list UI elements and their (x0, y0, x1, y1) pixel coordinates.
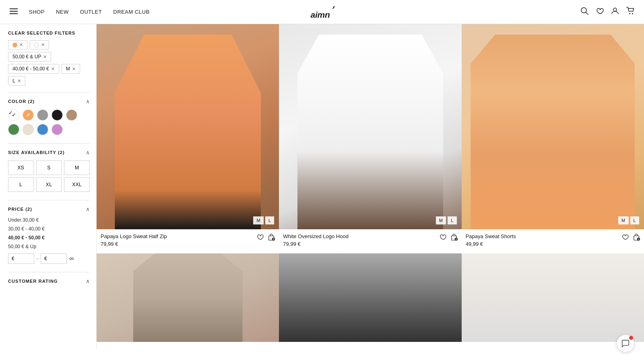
price-filter-section: PRICE (2) ∧ Under 30,00 € 30,00 € - 40,0… (8, 200, 90, 264)
chat-notification-dot (629, 336, 633, 340)
navbar-left: SHOP NEW OUTLET DREAM CLUB (10, 8, 150, 16)
add-to-bag-icon-2[interactable] (450, 233, 458, 242)
wishlist-icon[interactable] (596, 7, 604, 17)
product-info-2: White Oversized Logo Hood 79,99 € (279, 229, 461, 253)
size-btn-s[interactable]: S (36, 160, 62, 175)
filter-price-50up-label: 50,00 € & UP (12, 54, 41, 60)
filter-remove-white[interactable]: ✕ (41, 42, 45, 47)
price-option-50up[interactable]: 50,00 € & Up (8, 244, 90, 249)
swatch-taupe[interactable] (66, 109, 77, 121)
size-tags-overlay-1: M L (253, 216, 274, 224)
clear-filters-label[interactable]: CLEAR SELECTED FILTERS (8, 31, 90, 35)
active-filters: ✕ ✕ 50,00 € & UP ✕ 40,00 € - 50,00 € ✕ M… (8, 40, 90, 86)
filter-tag-price-40-50[interactable]: 40,00 € - 50,00 € ✕ (8, 64, 59, 74)
product-card-white-hood[interactable]: M L White Oversized Logo Hood 79,99 € (279, 24, 461, 253)
swatch-white[interactable]: ✓ (8, 109, 19, 121)
filter-remove-50up[interactable]: ✕ (43, 54, 47, 60)
color-filter-section: COLOR (2) ∧ ✓ (8, 92, 90, 135)
size-tag-m-2: M (436, 216, 446, 224)
price-option-under30[interactable]: Under 30,00 € (8, 217, 90, 223)
filter-remove-m[interactable]: ✕ (72, 66, 76, 72)
nav-shop[interactable]: SHOP (29, 9, 45, 15)
swatch-purple[interactable] (52, 124, 63, 135)
add-to-bag-icon-1[interactable] (268, 233, 275, 242)
nav-dream-club[interactable]: DREAM CLUB (113, 9, 149, 15)
svg-point-5 (613, 8, 617, 11)
product-name-3: Papaya Sweat Shorts (466, 233, 621, 239)
product-info-left-1: Papaya Logo Sweat Half Zip 79,99 € (101, 233, 256, 247)
filter-size-m-label: M (66, 66, 70, 72)
filter-tag-size-m[interactable]: M ✕ (62, 64, 80, 74)
product-card-bottom-3[interactable] (462, 253, 644, 342)
filter-remove-orange[interactable]: ✕ (19, 42, 23, 47)
swatch-gray[interactable] (37, 109, 48, 121)
price-infinity-icon: ∞ (69, 255, 74, 262)
filter-color-dot-orange (12, 43, 17, 47)
filter-tag-orange[interactable]: ✕ (8, 40, 27, 49)
product-card-papaya-shorts[interactable]: M L Papaya Sweat Shorts 49,99 € (462, 24, 644, 253)
product-image-papaya-shorts: M L (462, 24, 644, 229)
product-card-bottom-1[interactable] (97, 253, 279, 342)
price-section-header[interactable]: PRICE (2) ∧ (8, 206, 90, 212)
price-section-title: PRICE (2) (8, 207, 32, 212)
swatch-blue[interactable] (37, 124, 48, 135)
product-info-1: Papaya Logo Sweat Half Zip 79,99 € (97, 229, 279, 253)
cart-icon[interactable] (626, 7, 634, 17)
filter-remove-40-50[interactable]: ✕ (51, 66, 55, 72)
color-chevron-up-icon: ∧ (86, 98, 90, 105)
filter-tag-price-50up[interactable]: 50,00 € & UP ✕ (8, 52, 51, 62)
product-name-1: Papaya Logo Sweat Half Zip (101, 233, 256, 239)
hamburger-icon[interactable] (10, 8, 18, 16)
product-card-papaya-sweat[interactable]: M L Papaya Logo Sweat Half Zip 79,99 € (97, 24, 279, 253)
svg-point-7 (632, 13, 633, 14)
swatch-cream[interactable] (23, 124, 34, 135)
color-section-header[interactable]: COLOR (2) ∧ (8, 98, 90, 105)
filter-remove-l[interactable]: ✕ (17, 78, 21, 84)
size-btn-l[interactable]: L (8, 177, 34, 192)
wishlist-icon-1[interactable] (256, 233, 264, 242)
price-option-40-50[interactable]: 40,00 € - 50,00 € (8, 235, 90, 241)
price-range-from[interactable] (8, 253, 34, 264)
search-icon[interactable] (580, 7, 588, 17)
color-swatches: ✓ (8, 109, 90, 135)
customer-rating-section: CUSTOMER RATING ∧ (8, 272, 90, 284)
size-btn-xxl[interactable]: XXL (64, 177, 90, 192)
customer-rating-header[interactable]: CUSTOMER RATING ∧ (8, 278, 90, 284)
nav-new[interactable]: NEW (56, 9, 69, 15)
price-option-30-40[interactable]: 30,00 € - 40,00 € (8, 226, 90, 232)
site-logo[interactable]: aimnʼ (311, 4, 334, 20)
size-btn-xl[interactable]: XL (36, 177, 62, 192)
price-range-to[interactable] (41, 253, 67, 264)
product-price-3: 49,99 € (466, 241, 621, 247)
size-tag-l-2: L (448, 216, 456, 224)
swatch-green[interactable] (8, 124, 19, 135)
product-image-white-hood: M L (279, 24, 461, 229)
size-btn-m[interactable]: M (64, 160, 90, 175)
svg-rect-2 (10, 13, 18, 14)
size-chevron-up-icon: ∧ (86, 149, 90, 156)
filter-tag-white[interactable]: ✕ (30, 40, 49, 49)
account-icon[interactable] (611, 7, 619, 17)
chat-bubble[interactable] (617, 335, 634, 350)
add-to-bag-icon-3[interactable] (633, 233, 640, 242)
customer-rating-chevron-up-icon: ∧ (86, 278, 90, 284)
swatch-black[interactable] (52, 109, 63, 121)
filter-tag-size-l[interactable]: L ✕ (8, 76, 25, 86)
size-section-header[interactable]: SIZE AVAILABILITY (2) ∧ (8, 149, 90, 156)
size-tag-l-1: L (265, 216, 274, 224)
navbar-right (580, 7, 634, 17)
product-card-bottom-2[interactable] (279, 253, 461, 342)
main-layout: CLEAR SELECTED FILTERS ✕ ✕ 50,00 € & UP … (0, 24, 644, 350)
product-info-left-3: Papaya Sweat Shorts 49,99 € (466, 233, 621, 247)
size-section-title: SIZE AVAILABILITY (2) (8, 150, 65, 155)
size-tag-m-1: M (253, 216, 264, 224)
price-range-separator: - (37, 256, 38, 261)
size-tags-overlay-3: M L (618, 216, 639, 224)
price-range-inputs: - ∞ (8, 253, 90, 264)
wishlist-icon-2[interactable] (439, 233, 446, 242)
wishlist-icon-3[interactable] (621, 233, 629, 242)
size-btn-xs[interactable]: XS (8, 160, 34, 175)
product-image-bottom-2 (279, 253, 461, 342)
nav-outlet[interactable]: OUTLET (80, 9, 102, 15)
swatch-orange[interactable] (23, 109, 34, 121)
